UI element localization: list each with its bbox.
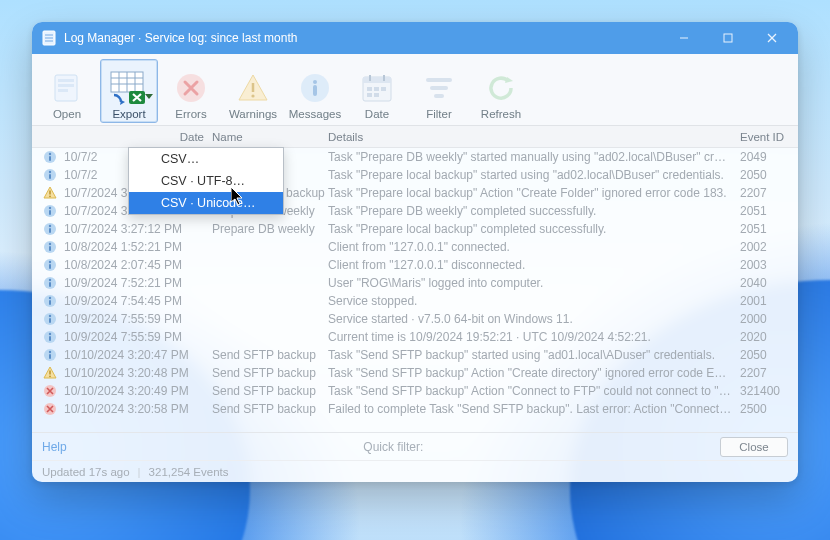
row-date: 10/10/2024 3:20:47 PM xyxy=(64,348,212,362)
row-status-icon xyxy=(36,366,64,380)
row-status-icon xyxy=(36,402,64,416)
close-window-button[interactable] xyxy=(750,22,794,54)
row-status-icon xyxy=(36,204,64,218)
errors-label: Errors xyxy=(175,108,206,120)
messages-icon xyxy=(295,70,335,106)
open-button[interactable]: Open xyxy=(38,59,96,123)
svg-rect-26 xyxy=(313,85,317,96)
svg-rect-63 xyxy=(49,282,51,287)
row-event-id: 2020 xyxy=(740,330,798,344)
column-name[interactable]: Name xyxy=(212,131,328,143)
date-label: Date xyxy=(365,108,389,120)
row-details: Task "Prepare local backup" completed su… xyxy=(328,222,740,236)
table-row[interactable]: 10/9/2024 7:54:45 PMService stopped.2001 xyxy=(32,292,798,310)
close-button[interactable]: Close xyxy=(720,437,788,457)
row-event-id: 2050 xyxy=(740,168,798,182)
app-icon xyxy=(42,30,56,46)
row-date: 10/9/2024 7:54:45 PM xyxy=(64,294,212,308)
table-row[interactable]: 10/8/2024 1:52:21 PMClient from "127.0.0… xyxy=(32,238,798,256)
svg-rect-10 xyxy=(58,84,74,87)
svg-marker-81 xyxy=(231,187,242,205)
svg-rect-75 xyxy=(49,354,51,359)
row-status-icon xyxy=(36,222,64,236)
table-row[interactable]: 10/8/2024 2:07:45 PMClient from "127.0.0… xyxy=(32,256,798,274)
table-row[interactable]: 10/9/2024 7:52:21 PMUser "ROG\Maris" log… xyxy=(32,274,798,292)
svg-point-65 xyxy=(49,297,51,299)
row-details: Task "Send SFTP backup" Action "Connect … xyxy=(328,384,740,398)
row-name: Send SFTP backup xyxy=(212,384,328,398)
row-event-id: 2001 xyxy=(740,294,798,308)
svg-rect-57 xyxy=(49,246,51,251)
row-status-icon xyxy=(36,258,64,272)
row-event-id: 2002 xyxy=(740,240,798,254)
row-details: Task "Send SFTP backup" Action "Create d… xyxy=(328,366,740,380)
warnings-label: Warnings xyxy=(229,108,277,120)
window-title: Log Manager · Service log: since last mo… xyxy=(64,31,297,45)
row-status-icon xyxy=(36,276,64,290)
export-csv[interactable]: CSV… xyxy=(129,148,283,170)
svg-rect-5 xyxy=(724,34,732,42)
date-button[interactable]: Date xyxy=(348,59,406,123)
footer-bar: Help Quick filter: Close xyxy=(32,432,798,460)
svg-rect-36 xyxy=(426,78,452,82)
row-name: Prepare DB weekly xyxy=(212,222,328,236)
export-csv-utf8[interactable]: CSV · UTF-8… xyxy=(129,170,283,192)
table-row[interactable]: 10/7/2024 3:27:12 PMPrepare DB weeklyTas… xyxy=(32,220,798,238)
table-row[interactable]: 10/10/2024 3:20:49 PMSend SFTP backupTas… xyxy=(32,382,798,400)
help-link[interactable]: Help xyxy=(42,440,67,454)
row-details: Task "Prepare DB weekly" started manuall… xyxy=(328,150,740,164)
row-details: Client from "127.0.0.1" disconnected. xyxy=(328,258,740,272)
row-event-id: 2003 xyxy=(740,258,798,272)
svg-point-59 xyxy=(49,261,51,263)
ribbon-toolbar: Open Export Errors xyxy=(32,54,798,126)
export-icon xyxy=(109,70,149,106)
row-event-id: 2051 xyxy=(740,204,798,218)
errors-button[interactable]: Errors xyxy=(162,59,220,123)
table-row[interactable]: 10/10/2024 3:20:48 PMSend SFTP backupTas… xyxy=(32,364,798,382)
maximize-button[interactable] xyxy=(706,22,750,54)
minimize-button[interactable] xyxy=(662,22,706,54)
svg-rect-32 xyxy=(374,87,379,91)
messages-button[interactable]: Messages xyxy=(286,59,344,123)
row-event-id: 2500 xyxy=(740,402,798,416)
filter-button[interactable]: Filter xyxy=(410,59,468,123)
row-details: Failed to complete Task "Send SFTP backu… xyxy=(328,402,740,416)
row-date: 10/9/2024 7:55:59 PM xyxy=(64,330,212,344)
row-status-icon xyxy=(36,384,64,398)
svg-point-23 xyxy=(251,94,254,97)
warnings-button[interactable]: Warnings xyxy=(224,59,282,123)
export-button[interactable]: Export xyxy=(100,59,158,123)
svg-point-48 xyxy=(49,195,51,197)
table-row[interactable]: 10/10/2024 3:20:47 PMSend SFTP backupTas… xyxy=(32,346,798,364)
column-details[interactable]: Details xyxy=(328,131,740,143)
open-icon xyxy=(47,70,87,106)
svg-rect-35 xyxy=(374,93,379,97)
refresh-button[interactable]: Refresh xyxy=(472,59,530,123)
row-date: 10/9/2024 7:55:59 PM xyxy=(64,312,212,326)
svg-rect-28 xyxy=(363,77,391,83)
export-label: Export xyxy=(112,108,145,120)
quick-filter-label[interactable]: Quick filter: xyxy=(87,440,700,454)
row-details: Service stopped. xyxy=(328,294,740,308)
filter-icon xyxy=(419,70,459,106)
row-date: 10/7/2024 3:27:12 PM xyxy=(64,222,212,236)
refresh-icon xyxy=(481,70,521,106)
column-date[interactable]: Date xyxy=(64,131,212,143)
row-event-id: 2207 xyxy=(740,186,798,200)
column-event-id[interactable]: Event ID xyxy=(740,131,798,143)
table-row[interactable]: 10/10/2024 3:20:58 PMSend SFTP backupFai… xyxy=(32,400,798,418)
row-date: 10/9/2024 7:52:21 PM xyxy=(64,276,212,290)
svg-rect-37 xyxy=(430,86,448,90)
svg-point-25 xyxy=(313,80,317,84)
row-event-id: 321400 xyxy=(740,384,798,398)
date-icon xyxy=(357,70,397,106)
status-bar: Updated 17s ago | 321,254 Events xyxy=(32,460,798,482)
svg-rect-11 xyxy=(58,89,68,92)
row-date: 10/10/2024 3:20:58 PM xyxy=(64,402,212,416)
row-status-icon xyxy=(36,348,64,362)
export-csv-unicode[interactable]: CSV · Unicode… xyxy=(129,192,283,214)
export-menu: CSV… CSV · UTF-8… CSV · Unicode… xyxy=(128,147,284,215)
table-row[interactable]: 10/9/2024 7:55:59 PMCurrent time is 10/9… xyxy=(32,328,798,346)
row-event-id: 2051 xyxy=(740,222,798,236)
table-row[interactable]: 10/9/2024 7:55:59 PMService started · v7… xyxy=(32,310,798,328)
